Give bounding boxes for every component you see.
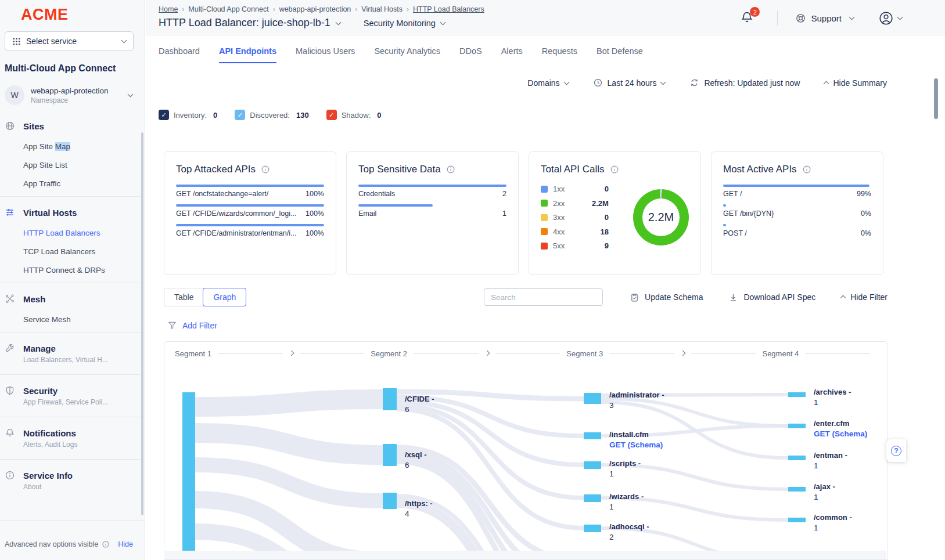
sankey-node-cfide[interactable] bbox=[383, 388, 397, 410]
breadcrumb-item-http-load-balancers[interactable]: HTTP Load Balancers bbox=[413, 5, 484, 13]
grid-icon bbox=[12, 37, 21, 46]
metric-bar bbox=[723, 185, 869, 187]
metric-value: 100% bbox=[306, 229, 324, 237]
hide-nav-link[interactable]: Hide bbox=[118, 540, 133, 548]
metric-row-get-oncfstatechange-alert[interactable]: GET /oncfstatechange=alert/100% bbox=[176, 185, 324, 198]
security-monitoring-dropdown[interactable]: Security Monitoring bbox=[364, 19, 445, 28]
sankey-node-schema-link[interactable]: GET (Schema) bbox=[609, 440, 663, 449]
sankey-node-enter-cfm[interactable] bbox=[788, 424, 806, 428]
metric-row-email[interactable]: Email1 bbox=[358, 204, 506, 218]
refresh-icon bbox=[689, 78, 699, 88]
metric-row-get-bin-dyn[interactable]: GET /bin/{DYN}0% bbox=[723, 204, 871, 218]
sidebar-item-app-site-list[interactable]: App Site List bbox=[0, 156, 142, 174]
tab-bar: DashboardAPI EndpointsMalicious UsersSec… bbox=[159, 46, 643, 63]
sidebar-section-mesh[interactable]: Mesh bbox=[0, 287, 142, 310]
sankey-node-install-cfm[interactable] bbox=[584, 432, 601, 439]
sidebar-item-app-traffic[interactable]: App Traffic bbox=[0, 174, 142, 193]
info-icon[interactable] bbox=[802, 165, 811, 174]
sankey-node-common[interactable] bbox=[788, 518, 806, 522]
sankey-node-adhocsql[interactable] bbox=[584, 525, 601, 532]
info-icon[interactable] bbox=[610, 165, 619, 174]
namespace-selector[interactable]: W webapp-api-protection Namespace bbox=[5, 82, 139, 108]
search-input[interactable] bbox=[484, 288, 603, 306]
sidebar-item-http-load-balancers[interactable]: HTTP Load Balancers bbox=[0, 223, 142, 242]
sankey-node-https[interactable] bbox=[383, 493, 397, 509]
info-icon[interactable] bbox=[446, 165, 455, 174]
card-title: Total API Calls bbox=[541, 164, 605, 175]
breadcrumb-item-virtual-hosts[interactable]: Virtual Hosts bbox=[361, 5, 403, 13]
counter-inventory[interactable]: ✓Inventory:0 bbox=[159, 110, 217, 120]
sankey-node-schema-link[interactable]: GET (Schema) bbox=[814, 429, 867, 438]
metric-row-post[interactable]: POST /0% bbox=[723, 224, 871, 237]
sidebar-item-service-mesh[interactable]: Service Mesh bbox=[0, 310, 142, 328]
metric-row-credentials[interactable]: Credentials2 bbox=[358, 185, 506, 198]
time-range-dropdown[interactable]: Last 24 hours bbox=[593, 78, 666, 88]
sankey-node-root[interactable] bbox=[182, 392, 195, 552]
metric-label: GET / bbox=[723, 190, 742, 198]
breadcrumb-item-webapp-api-protection[interactable]: webapp-api-protection bbox=[279, 5, 351, 13]
page-scrollbar[interactable] bbox=[934, 78, 938, 119]
notifications-bell-button[interactable]: 2 bbox=[740, 10, 755, 26]
metric-row-get-cfide-administrator-entman-i[interactable]: GET /CFIDE/administrator/entman/i...100% bbox=[176, 224, 324, 237]
tab-bot-defense[interactable]: Bot Defense bbox=[597, 46, 643, 63]
breadcrumb-item-home[interactable]: Home bbox=[159, 5, 178, 13]
sankey-link bbox=[195, 433, 383, 455]
sidebar-section-title: Notifications bbox=[23, 428, 76, 438]
sankey-node-entman[interactable] bbox=[788, 456, 806, 460]
segment-label-1: Segment 1 bbox=[175, 349, 211, 358]
user-menu[interactable] bbox=[878, 10, 902, 26]
graph-view-button[interactable]: Graph bbox=[203, 288, 246, 306]
breadcrumb-item-multi-cloud-app-connect[interactable]: Multi-Cloud App Connect bbox=[188, 5, 268, 13]
legend-value: 9 bbox=[605, 241, 609, 250]
tab-requests[interactable]: Requests bbox=[542, 46, 577, 63]
sidebar-scrollbar[interactable] bbox=[141, 132, 143, 515]
refresh-button[interactable]: Refresh: Updated just now bbox=[689, 78, 800, 88]
sidebar-section-virtual-hosts[interactable]: Virtual Hosts bbox=[0, 200, 142, 223]
update-schema-button[interactable]: Update Schema bbox=[630, 292, 703, 302]
metric-value: 2 bbox=[502, 190, 506, 198]
download-api-spec-button[interactable]: Download API Spec bbox=[728, 292, 815, 302]
hide-summary-toggle[interactable]: Hide Summary bbox=[824, 78, 887, 88]
metric-bar bbox=[358, 185, 506, 187]
metric-row-get[interactable]: GET /99% bbox=[723, 185, 871, 198]
header-right: 2 Support bbox=[740, 0, 945, 36]
select-service-dropdown[interactable]: Select service bbox=[5, 31, 134, 51]
sankey-node-wizards[interactable] bbox=[584, 494, 601, 502]
sankey-node-scripts[interactable] bbox=[584, 461, 601, 469]
counter-shadow[interactable]: ✓Shadow:0 bbox=[326, 110, 382, 120]
info-icon[interactable] bbox=[261, 165, 270, 174]
chevron-down-icon[interactable] bbox=[335, 19, 341, 25]
sidebar-section-title: Manage bbox=[23, 344, 56, 353]
metric-label: GET /CFIDE/administrator/entman/i... bbox=[176, 229, 296, 237]
tab-alerts[interactable]: Alerts bbox=[501, 46, 523, 63]
tab-api-endpoints[interactable]: API Endpoints bbox=[219, 46, 276, 63]
table-view-button[interactable]: Table bbox=[164, 288, 203, 306]
sidebar-item-http-connect-drps[interactable]: HTTP Connect & DRPs bbox=[0, 261, 142, 279]
hide-filter-toggle[interactable]: Hide Filter bbox=[841, 292, 887, 302]
metric-bar bbox=[358, 204, 433, 207]
endpoint-counters: ✓Inventory:0✓Discovered:130✓Shadow:0 bbox=[159, 110, 382, 120]
sankey-node-archives[interactable] bbox=[788, 392, 806, 397]
sidebar-item-tcp-load-balancers[interactable]: TCP Load Balancers bbox=[0, 242, 142, 261]
tab-security-analytics[interactable]: Security Analytics bbox=[374, 46, 440, 63]
breadcrumb: Home›Multi-Cloud App Connect›webapp-api-… bbox=[159, 5, 484, 13]
sankey-node-administrator[interactable] bbox=[584, 393, 601, 404]
domains-dropdown[interactable]: Domains bbox=[527, 78, 568, 88]
add-filter-button[interactable]: Add Filter bbox=[167, 320, 217, 330]
checkbox-checked-icon[interactable]: ✓ bbox=[235, 110, 245, 120]
checkbox-checked-icon[interactable]: ✓ bbox=[326, 110, 337, 120]
tab-ddos[interactable]: DDoS bbox=[459, 46, 482, 63]
checkbox-checked-icon[interactable]: ✓ bbox=[159, 110, 169, 120]
sankey-node-ajax[interactable] bbox=[788, 487, 806, 492]
sidebar-section-sites[interactable]: Sites bbox=[0, 114, 142, 137]
tab-malicious-users[interactable]: Malicious Users bbox=[296, 46, 355, 63]
tab-dashboard[interactable]: Dashboard bbox=[159, 46, 200, 63]
metric-row-get-cfide-wizards-common-logi[interactable]: GET /CFIDE/wizards/common/_logi...100% bbox=[176, 204, 324, 218]
sankey-node-xsql[interactable] bbox=[383, 444, 397, 466]
sidebar-item-app-site-map[interactable]: App Site Map bbox=[0, 137, 142, 156]
counter-discovered[interactable]: ✓Discovered:130 bbox=[235, 110, 308, 120]
help-button[interactable]: ? bbox=[886, 439, 906, 462]
app-root: ACME Select service Multi-Cloud App Conn… bbox=[0, 0, 945, 560]
support-menu[interactable]: Support bbox=[795, 13, 854, 24]
sankey-node-label: /entman - bbox=[814, 451, 847, 460]
